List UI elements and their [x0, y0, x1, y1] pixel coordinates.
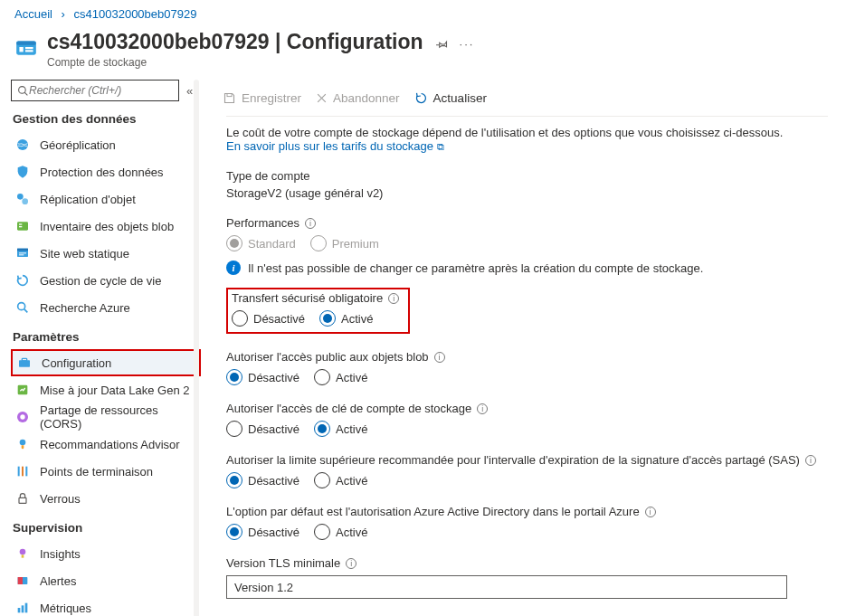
- svg-rect-1: [16, 42, 36, 45]
- shield-icon: [14, 164, 31, 180]
- svg-line-6: [24, 92, 27, 95]
- sidebar-item-insights[interactable]: Insights: [11, 540, 201, 567]
- metrics-icon: [14, 600, 31, 616]
- search-service-icon: [14, 299, 31, 316]
- info-icon[interactable]: i: [346, 558, 356, 569]
- sidebar-item-azure-search[interactable]: Recherche Azure: [11, 294, 201, 321]
- section-settings: Paramètres: [13, 330, 201, 344]
- radio-sas-limit-disabled[interactable]: Désactivé: [226, 472, 299, 488]
- info-icon[interactable]: i: [434, 352, 445, 363]
- toolbar: Enregistrer Abandonner Actualiser: [223, 80, 828, 116]
- radio-key-access-disabled[interactable]: Désactivé: [226, 421, 299, 437]
- sidebar-item-endpoints[interactable]: Points de terminaison: [11, 458, 201, 485]
- globe-icon: [14, 137, 31, 153]
- breadcrumb-resource[interactable]: cs410032000beb07929: [74, 7, 197, 21]
- breadcrumb: Accueil › cs410032000beb07929: [0, 0, 846, 28]
- sidebar-item-label: Protection des données: [40, 166, 164, 179]
- radio-aad-default-disabled[interactable]: Désactivé: [226, 524, 299, 540]
- radio-performance-premium: Premium: [310, 235, 379, 251]
- account-type-value: StorageV2 (usage général v2): [226, 186, 828, 200]
- info-icon[interactable]: i: [805, 455, 816, 466]
- svg-rect-20: [22, 358, 26, 361]
- sidebar-item-label: Métriques: [40, 602, 91, 615]
- pricing-link[interactable]: En savoir plus sur les tarifs du stockag…: [226, 139, 444, 153]
- inventory-icon: [14, 218, 31, 234]
- save-icon: [223, 91, 236, 105]
- sidebar-item-label: Inventaire des objets blob: [40, 220, 174, 233]
- sidebar-item-static-website[interactable]: Site web statique: [11, 240, 201, 267]
- info-icon[interactable]: i: [477, 403, 488, 414]
- sidebar-item-blob-inventory[interactable]: Inventaire des objets blob: [11, 213, 201, 240]
- radio-secure-transfer-disabled[interactable]: Désactivé: [232, 310, 305, 327]
- refresh-button[interactable]: Actualiser: [414, 91, 487, 105]
- sidebar-item-label: Partage de ressources (CORS): [40, 403, 201, 431]
- radio-sas-limit-enabled[interactable]: Activé: [314, 472, 367, 488]
- collapse-sidebar-icon[interactable]: «: [186, 84, 193, 98]
- sas-limit-label: Autoriser la limite supérieure recommand…: [226, 453, 828, 467]
- sidebar-item-label: Recommandations Advisor: [40, 438, 180, 451]
- svg-point-7: [17, 139, 28, 150]
- sidebar-item-lifecycle[interactable]: Gestion de cycle de vie: [11, 267, 201, 294]
- svg-rect-35: [25, 603, 28, 613]
- discard-button[interactable]: Abandonner: [316, 91, 400, 105]
- sidebar-item-locks[interactable]: Verrous: [11, 485, 201, 512]
- info-icon[interactable]: i: [645, 507, 656, 517]
- cost-info-text: Le coût de votre compte de stockage dépe…: [226, 126, 828, 139]
- save-button[interactable]: Enregistrer: [223, 91, 301, 105]
- info-icon[interactable]: i: [305, 218, 316, 229]
- close-icon: [316, 92, 328, 104]
- highlight-secure-transfer: Transfert sécurisé obligatoire i Désacti…: [226, 288, 410, 334]
- tls-version-select[interactable]: Version 1.2: [226, 575, 787, 599]
- sidebar-item-label: Points de terminaison: [40, 465, 153, 479]
- insights-icon: [14, 545, 31, 562]
- svg-point-5: [19, 86, 26, 93]
- info-icon[interactable]: i: [388, 293, 399, 304]
- more-icon[interactable]: ···: [460, 37, 475, 51]
- sidebar: « Gestion des données Géoréplication Pro…: [0, 80, 201, 616]
- svg-point-29: [20, 549, 26, 555]
- refresh-icon: [414, 91, 428, 105]
- svg-point-24: [20, 440, 26, 446]
- svg-rect-25: [18, 467, 20, 477]
- sidebar-item-configuration[interactable]: Configuration: [11, 349, 201, 376]
- sidebar-item-georeplication[interactable]: Géoréplication: [11, 131, 201, 158]
- svg-rect-14: [17, 249, 28, 251]
- svg-rect-36: [227, 93, 232, 96]
- svg-point-9: [22, 198, 28, 204]
- sidebar-item-datalake-gen2[interactable]: Mise à jour Data Lake Gen 2: [11, 376, 201, 403]
- sidebar-item-metrics[interactable]: Métriques: [11, 594, 201, 616]
- radio-blob-public-enabled[interactable]: Activé: [314, 369, 367, 385]
- performance-label: Performances i: [226, 216, 828, 230]
- toolbox-icon: [16, 355, 33, 371]
- sidebar-item-advisor[interactable]: Recommandations Advisor: [11, 431, 201, 458]
- advisor-icon: [14, 436, 31, 452]
- tls-label: Version TLS minimale i: [226, 556, 828, 570]
- svg-rect-26: [22, 467, 24, 477]
- radio-aad-default-enabled[interactable]: Activé: [314, 524, 367, 540]
- svg-point-17: [18, 303, 25, 310]
- datalake-icon: [14, 382, 31, 398]
- page-header: cs410032000beb07929 | Configuration Comp…: [0, 28, 846, 80]
- endpoints-icon: [14, 463, 31, 479]
- breadcrumb-home[interactable]: Accueil: [14, 7, 52, 21]
- sidebar-item-data-protection[interactable]: Protection des données: [11, 158, 201, 185]
- search-input-wrap[interactable]: [11, 80, 179, 101]
- sidebar-item-alerts[interactable]: Alertes: [11, 567, 201, 594]
- svg-point-23: [20, 414, 24, 419]
- pin-icon[interactable]: [436, 38, 449, 51]
- sidebar-item-label: Recherche Azure: [40, 301, 130, 315]
- scrollbar[interactable]: [194, 80, 199, 616]
- section-monitoring: Supervision: [13, 521, 201, 535]
- svg-rect-12: [19, 226, 22, 227]
- svg-rect-15: [19, 252, 26, 253]
- sidebar-item-object-replication[interactable]: Réplication d'objet: [11, 185, 201, 213]
- radio-secure-transfer-enabled[interactable]: Activé: [319, 310, 373, 327]
- svg-rect-28: [19, 498, 26, 503]
- info-icon: i: [226, 261, 241, 275]
- sidebar-item-cors[interactable]: Partage de ressources (CORS): [11, 403, 201, 431]
- search-input[interactable]: [29, 84, 173, 97]
- radio-key-access-enabled[interactable]: Activé: [314, 421, 367, 437]
- sidebar-item-label: Insights: [40, 547, 81, 561]
- section-data-management: Gestion des données: [13, 112, 201, 126]
- radio-blob-public-disabled[interactable]: Désactivé: [226, 369, 299, 385]
